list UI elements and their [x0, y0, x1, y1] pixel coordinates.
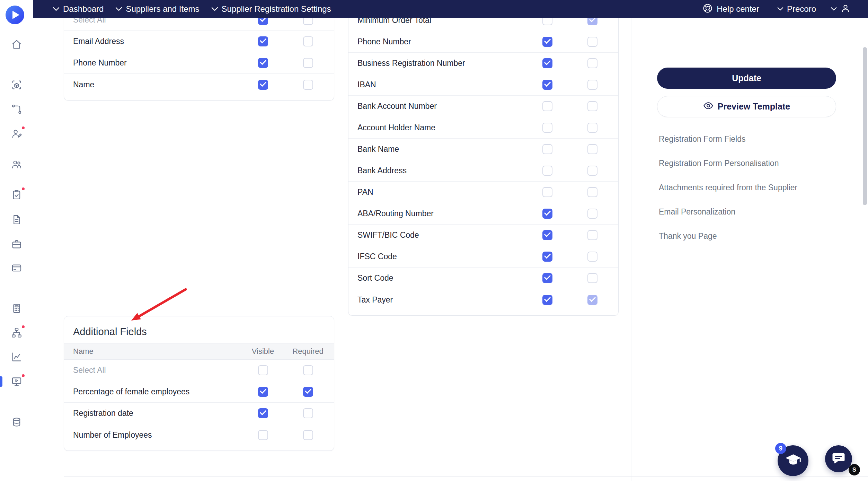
team-icon[interactable] — [10, 158, 23, 170]
help-center-button[interactable]: Help center — [702, 3, 759, 15]
cube-scan-icon[interactable] — [10, 79, 23, 91]
visible-checkbox[interactable] — [542, 144, 552, 154]
visible-checkbox[interactable] — [542, 58, 552, 68]
required-checkbox[interactable] — [587, 273, 597, 283]
required-checkbox[interactable] — [587, 37, 597, 47]
required-checkbox[interactable] — [587, 166, 597, 176]
required-checkbox[interactable] — [587, 187, 597, 197]
update-button[interactable]: Update — [657, 68, 836, 89]
field-row: IFSC Code — [348, 246, 618, 268]
clipboard-check-icon[interactable] — [10, 189, 23, 201]
notification-dot — [21, 126, 25, 130]
visible-checkbox[interactable] — [258, 58, 268, 68]
required-checkbox[interactable] — [303, 80, 313, 90]
table-header: Name Visible Required — [64, 343, 334, 360]
field-label: Phone Number — [357, 37, 525, 46]
field-label: Bank Address — [357, 166, 525, 175]
briefcase-icon[interactable] — [10, 238, 23, 250]
vertical-scrollbar[interactable] — [863, 47, 867, 205]
company-fields-card: Minimum Order Total Phone Number Busines… — [348, 0, 619, 316]
field-label: IBAN — [357, 80, 525, 89]
settings-nav-link[interactable]: Thank you Page — [659, 224, 854, 248]
required-checkbox[interactable] — [303, 365, 313, 375]
visible-checkbox[interactable] — [258, 430, 268, 440]
calculator-icon[interactable] — [10, 302, 23, 315]
required-checkbox[interactable] — [587, 101, 597, 111]
chart-icon[interactable] — [10, 351, 23, 363]
coins-icon[interactable] — [10, 416, 23, 428]
preview-template-label: Preview Template — [718, 102, 790, 112]
visible-checkbox[interactable] — [542, 295, 552, 305]
invoice-icon[interactable] — [10, 213, 23, 226]
required-checkbox[interactable] — [303, 58, 313, 68]
contact-fields-rows: Select All Email Address Phone Number Na… — [64, 9, 334, 100]
settings-nav-link[interactable]: Email Personalization — [659, 200, 854, 224]
sitemap-icon[interactable] — [10, 326, 23, 339]
visible-checkbox[interactable] — [542, 252, 552, 262]
route-icon[interactable] — [10, 103, 23, 115]
field-row: SWIFT/BIC Code — [348, 225, 618, 246]
field-label: Account Holder Name — [357, 123, 525, 132]
visible-checkbox[interactable] — [258, 365, 268, 375]
visible-checkbox[interactable] — [542, 209, 552, 219]
additional-fields-title: Additional Fields — [64, 316, 334, 343]
field-label: ABA/Routing Number — [357, 209, 525, 218]
settings-nav-link[interactable]: Registration Form Fields — [659, 127, 854, 151]
settings-nav-link[interactable]: Attachments required from the Supplier — [659, 175, 854, 200]
wallet-icon[interactable] — [10, 262, 23, 274]
visible-checkbox[interactable] — [542, 80, 552, 90]
breadcrumb-label: Dashboard — [63, 4, 104, 14]
company-fields-rows: Minimum Order Total Phone Number Busines… — [348, 10, 618, 315]
chat-widget-button[interactable] — [825, 445, 852, 472]
required-checkbox[interactable] — [587, 252, 597, 262]
breadcrumb-suppliers-and-items[interactable]: Suppliers and Items — [115, 4, 199, 14]
user-icon — [840, 3, 851, 15]
visible-checkbox[interactable] — [542, 123, 552, 133]
field-label: Percentage of female employees — [73, 387, 240, 396]
org-switcher[interactable]: Precoro — [777, 4, 816, 14]
required-checkbox[interactable] — [587, 295, 597, 305]
required-checkbox[interactable] — [303, 430, 313, 440]
required-checkbox[interactable] — [303, 387, 313, 397]
user-edit-icon[interactable] — [10, 128, 23, 140]
required-checkbox[interactable] — [587, 80, 597, 90]
corner-badge-icon[interactable]: S — [849, 464, 860, 475]
visible-checkbox[interactable] — [542, 187, 552, 197]
field-row: Bank Address — [348, 160, 618, 182]
visible-checkbox[interactable] — [258, 408, 268, 418]
chevron-down-icon — [53, 7, 60, 11]
visible-checkbox[interactable] — [542, 101, 552, 111]
visible-checkbox[interactable] — [542, 273, 552, 283]
field-label: PAN — [357, 187, 525, 197]
visible-checkbox[interactable] — [542, 37, 552, 47]
preview-template-button[interactable]: Preview Template — [657, 96, 836, 117]
required-checkbox[interactable] — [587, 58, 597, 68]
field-label: Sort Code — [357, 273, 525, 283]
field-label: Number of Employees — [73, 430, 240, 440]
presentation-icon[interactable] — [10, 375, 23, 388]
visible-checkbox[interactable] — [258, 387, 268, 397]
required-checkbox[interactable] — [303, 36, 313, 46]
required-checkbox[interactable] — [587, 209, 597, 219]
visible-checkbox[interactable] — [542, 230, 552, 240]
notification-dot — [21, 374, 25, 378]
settings-nav-link[interactable]: Registration Form Personalisation — [659, 151, 854, 175]
visible-checkbox[interactable] — [258, 80, 268, 90]
required-checkbox[interactable] — [303, 408, 313, 418]
user-menu[interactable] — [831, 3, 851, 15]
visible-checkbox[interactable] — [258, 36, 268, 46]
topbar: Dashboard Suppliers and Items Supplier R… — [33, 0, 868, 18]
notification-count-badge: 9 — [775, 443, 786, 454]
settings-nav: Registration Form Fields Registration Fo… — [659, 127, 854, 248]
field-row: Tax Payer — [348, 289, 618, 311]
additional-fields-rows: Select All Percentage of female employee… — [64, 360, 334, 451]
breadcrumb-label: Suppliers and Items — [126, 4, 199, 14]
breadcrumb-supplier-registration-settings[interactable]: Supplier Registration Settings — [211, 4, 331, 14]
visible-checkbox[interactable] — [542, 166, 552, 176]
required-checkbox[interactable] — [587, 230, 597, 240]
home-icon[interactable] — [10, 38, 23, 51]
breadcrumb-dashboard[interactable]: Dashboard — [53, 4, 104, 14]
precoro-logo[interactable] — [5, 5, 25, 25]
required-checkbox[interactable] — [587, 123, 597, 133]
required-checkbox[interactable] — [587, 144, 597, 154]
